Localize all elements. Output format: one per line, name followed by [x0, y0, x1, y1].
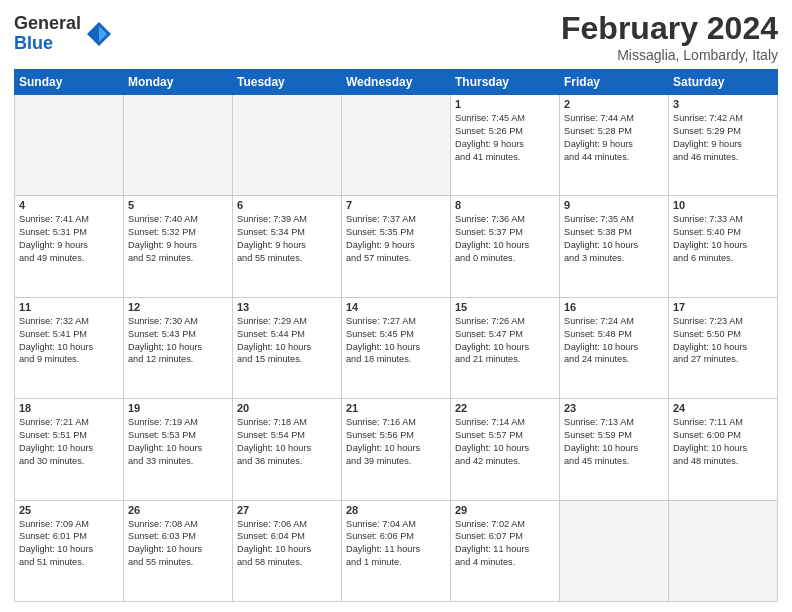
table-row [560, 500, 669, 601]
day-number: 21 [346, 402, 446, 414]
day-info: Sunrise: 7:18 AM Sunset: 5:54 PM Dayligh… [237, 416, 337, 468]
day-info: Sunrise: 7:30 AM Sunset: 5:43 PM Dayligh… [128, 315, 228, 367]
table-row: 28Sunrise: 7:04 AM Sunset: 6:06 PM Dayli… [342, 500, 451, 601]
day-number: 6 [237, 199, 337, 211]
day-info: Sunrise: 7:37 AM Sunset: 5:35 PM Dayligh… [346, 213, 446, 265]
calendar-week-row: 18Sunrise: 7:21 AM Sunset: 5:51 PM Dayli… [15, 399, 778, 500]
table-row: 18Sunrise: 7:21 AM Sunset: 5:51 PM Dayli… [15, 399, 124, 500]
day-number: 3 [673, 98, 773, 110]
table-row [342, 95, 451, 196]
table-row [669, 500, 778, 601]
day-info: Sunrise: 7:08 AM Sunset: 6:03 PM Dayligh… [128, 518, 228, 570]
col-saturday: Saturday [669, 70, 778, 95]
table-row: 2Sunrise: 7:44 AM Sunset: 5:28 PM Daylig… [560, 95, 669, 196]
day-info: Sunrise: 7:16 AM Sunset: 5:56 PM Dayligh… [346, 416, 446, 468]
table-row: 20Sunrise: 7:18 AM Sunset: 5:54 PM Dayli… [233, 399, 342, 500]
day-number: 17 [673, 301, 773, 313]
table-row: 10Sunrise: 7:33 AM Sunset: 5:40 PM Dayli… [669, 196, 778, 297]
day-number: 1 [455, 98, 555, 110]
table-row [124, 95, 233, 196]
day-number: 24 [673, 402, 773, 414]
day-number: 7 [346, 199, 446, 211]
title-block: February 2024 Missaglia, Lombardy, Italy [561, 10, 778, 63]
day-number: 19 [128, 402, 228, 414]
day-number: 23 [564, 402, 664, 414]
table-row: 24Sunrise: 7:11 AM Sunset: 6:00 PM Dayli… [669, 399, 778, 500]
table-row: 1Sunrise: 7:45 AM Sunset: 5:26 PM Daylig… [451, 95, 560, 196]
table-row: 4Sunrise: 7:41 AM Sunset: 5:31 PM Daylig… [15, 196, 124, 297]
col-monday: Monday [124, 70, 233, 95]
day-number: 28 [346, 504, 446, 516]
day-number: 14 [346, 301, 446, 313]
table-row: 13Sunrise: 7:29 AM Sunset: 5:44 PM Dayli… [233, 297, 342, 398]
day-number: 16 [564, 301, 664, 313]
day-number: 2 [564, 98, 664, 110]
table-row: 8Sunrise: 7:36 AM Sunset: 5:37 PM Daylig… [451, 196, 560, 297]
table-row: 26Sunrise: 7:08 AM Sunset: 6:03 PM Dayli… [124, 500, 233, 601]
day-number: 10 [673, 199, 773, 211]
col-sunday: Sunday [15, 70, 124, 95]
table-row: 15Sunrise: 7:26 AM Sunset: 5:47 PM Dayli… [451, 297, 560, 398]
day-number: 11 [19, 301, 119, 313]
day-info: Sunrise: 7:14 AM Sunset: 5:57 PM Dayligh… [455, 416, 555, 468]
table-row: 23Sunrise: 7:13 AM Sunset: 5:59 PM Dayli… [560, 399, 669, 500]
calendar-week-row: 25Sunrise: 7:09 AM Sunset: 6:01 PM Dayli… [15, 500, 778, 601]
calendar-week-row: 11Sunrise: 7:32 AM Sunset: 5:41 PM Dayli… [15, 297, 778, 398]
day-number: 26 [128, 504, 228, 516]
table-row: 6Sunrise: 7:39 AM Sunset: 5:34 PM Daylig… [233, 196, 342, 297]
table-row: 14Sunrise: 7:27 AM Sunset: 5:45 PM Dayli… [342, 297, 451, 398]
day-info: Sunrise: 7:40 AM Sunset: 5:32 PM Dayligh… [128, 213, 228, 265]
table-row [15, 95, 124, 196]
day-info: Sunrise: 7:23 AM Sunset: 5:50 PM Dayligh… [673, 315, 773, 367]
day-info: Sunrise: 7:42 AM Sunset: 5:29 PM Dayligh… [673, 112, 773, 164]
col-friday: Friday [560, 70, 669, 95]
table-row: 27Sunrise: 7:06 AM Sunset: 6:04 PM Dayli… [233, 500, 342, 601]
day-info: Sunrise: 7:06 AM Sunset: 6:04 PM Dayligh… [237, 518, 337, 570]
day-info: Sunrise: 7:44 AM Sunset: 5:28 PM Dayligh… [564, 112, 664, 164]
day-info: Sunrise: 7:32 AM Sunset: 5:41 PM Dayligh… [19, 315, 119, 367]
calendar-week-row: 1Sunrise: 7:45 AM Sunset: 5:26 PM Daylig… [15, 95, 778, 196]
table-row: 17Sunrise: 7:23 AM Sunset: 5:50 PM Dayli… [669, 297, 778, 398]
table-row: 9Sunrise: 7:35 AM Sunset: 5:38 PM Daylig… [560, 196, 669, 297]
day-info: Sunrise: 7:21 AM Sunset: 5:51 PM Dayligh… [19, 416, 119, 468]
page: General Blue February 2024 Missaglia, Lo… [0, 0, 792, 612]
header: General Blue February 2024 Missaglia, Lo… [14, 10, 778, 63]
day-info: Sunrise: 7:45 AM Sunset: 5:26 PM Dayligh… [455, 112, 555, 164]
table-row: 19Sunrise: 7:19 AM Sunset: 5:53 PM Dayli… [124, 399, 233, 500]
logo-blue: Blue [14, 34, 81, 54]
day-number: 18 [19, 402, 119, 414]
table-row: 29Sunrise: 7:02 AM Sunset: 6:07 PM Dayli… [451, 500, 560, 601]
day-info: Sunrise: 7:11 AM Sunset: 6:00 PM Dayligh… [673, 416, 773, 468]
table-row: 21Sunrise: 7:16 AM Sunset: 5:56 PM Dayli… [342, 399, 451, 500]
table-row: 25Sunrise: 7:09 AM Sunset: 6:01 PM Dayli… [15, 500, 124, 601]
day-number: 4 [19, 199, 119, 211]
day-info: Sunrise: 7:13 AM Sunset: 5:59 PM Dayligh… [564, 416, 664, 468]
table-row: 12Sunrise: 7:30 AM Sunset: 5:43 PM Dayli… [124, 297, 233, 398]
day-info: Sunrise: 7:19 AM Sunset: 5:53 PM Dayligh… [128, 416, 228, 468]
day-number: 20 [237, 402, 337, 414]
col-thursday: Thursday [451, 70, 560, 95]
logo: General Blue [14, 14, 113, 54]
day-info: Sunrise: 7:33 AM Sunset: 5:40 PM Dayligh… [673, 213, 773, 265]
day-number: 22 [455, 402, 555, 414]
day-info: Sunrise: 7:02 AM Sunset: 6:07 PM Dayligh… [455, 518, 555, 570]
day-number: 13 [237, 301, 337, 313]
day-info: Sunrise: 7:39 AM Sunset: 5:34 PM Dayligh… [237, 213, 337, 265]
table-row: 11Sunrise: 7:32 AM Sunset: 5:41 PM Dayli… [15, 297, 124, 398]
day-number: 27 [237, 504, 337, 516]
day-info: Sunrise: 7:24 AM Sunset: 5:48 PM Dayligh… [564, 315, 664, 367]
day-info: Sunrise: 7:29 AM Sunset: 5:44 PM Dayligh… [237, 315, 337, 367]
calendar-week-row: 4Sunrise: 7:41 AM Sunset: 5:31 PM Daylig… [15, 196, 778, 297]
day-number: 5 [128, 199, 228, 211]
day-number: 9 [564, 199, 664, 211]
day-number: 12 [128, 301, 228, 313]
col-wednesday: Wednesday [342, 70, 451, 95]
day-info: Sunrise: 7:35 AM Sunset: 5:38 PM Dayligh… [564, 213, 664, 265]
day-number: 25 [19, 504, 119, 516]
month-title: February 2024 [561, 10, 778, 47]
day-info: Sunrise: 7:09 AM Sunset: 6:01 PM Dayligh… [19, 518, 119, 570]
day-info: Sunrise: 7:41 AM Sunset: 5:31 PM Dayligh… [19, 213, 119, 265]
location: Missaglia, Lombardy, Italy [561, 47, 778, 63]
logo-icon [85, 20, 113, 48]
day-info: Sunrise: 7:36 AM Sunset: 5:37 PM Dayligh… [455, 213, 555, 265]
